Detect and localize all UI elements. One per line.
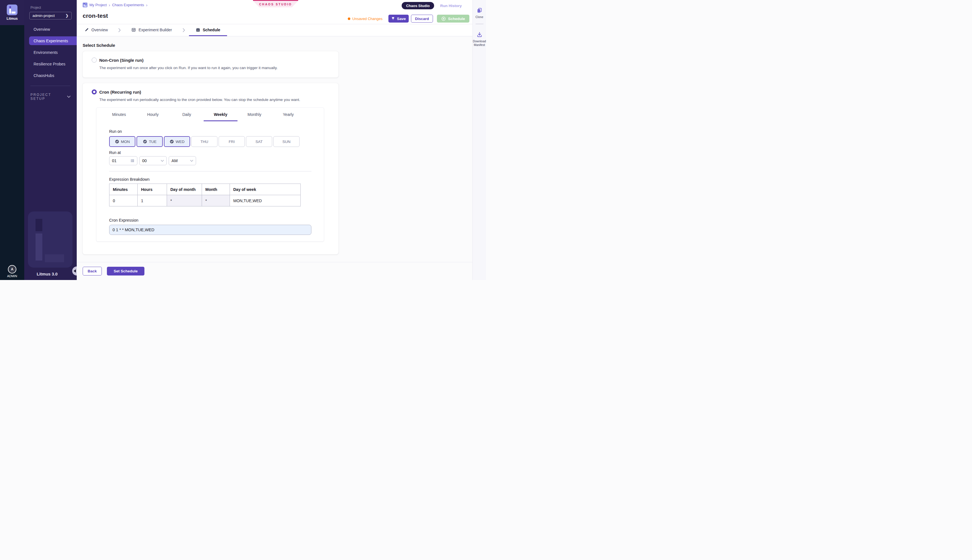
tab-yearly[interactable]: Yearly	[271, 112, 305, 121]
set-schedule-button-label: Set Schedule	[114, 269, 138, 273]
sidebar-item-chaos-experiments[interactable]: Chaos Experiments	[29, 37, 77, 45]
chevron-right-icon: ›	[146, 3, 148, 7]
chevron-right-icon: ›	[108, 3, 110, 7]
table-row: 0 1 * * MON,TUE,WED	[110, 195, 301, 207]
minute-select[interactable]: 00	[139, 156, 167, 165]
sidebar-item-chaoshubs[interactable]: ChaosHubs	[24, 70, 77, 81]
tab-experiment-builder[interactable]: Experiment Builder	[125, 24, 178, 36]
non-cron-option-card[interactable]: Non-Cron (Single run) The experiment wil…	[83, 51, 338, 78]
day-button-sat[interactable]: SAT	[246, 136, 272, 147]
project-select[interactable]: admin-project ❯	[29, 12, 72, 20]
breadcrumb-my-project[interactable]: My Project	[89, 3, 107, 7]
tab-weekly[interactable]: Weekly	[203, 112, 237, 121]
col-day-of-week: Day of week	[230, 184, 301, 195]
cell-month: *	[202, 195, 230, 207]
cron-scheduler-panel: Minutes Hourly Daily Weekly Monthly Year…	[96, 107, 324, 242]
cell-minutes: 0	[110, 195, 138, 207]
day-label: WED	[176, 140, 185, 144]
table-header-row: Minutes Hours Day of month Month Day of …	[110, 184, 301, 195]
project-setup-toggle[interactable]: PROJECT SETUP	[30, 93, 70, 101]
non-cron-title: Non-Cron (Single run)	[99, 58, 143, 63]
run-at-label: Run at	[109, 150, 324, 155]
day-label: FRI	[229, 140, 235, 144]
chevron-right-icon	[183, 24, 185, 36]
chaos-studio-toggle[interactable]: Chaos Studio	[402, 2, 434, 9]
icon-rail: Litmus A ADMIN	[0, 0, 24, 280]
rail-divider	[475, 24, 483, 24]
back-button-label: Back	[88, 269, 97, 273]
litmus-logo-block[interactable]: Litmus	[0, 0, 24, 25]
unsaved-dot-icon	[348, 17, 350, 20]
check-circle-icon	[143, 139, 147, 144]
section-title: Select Schedule	[83, 43, 472, 48]
discard-button[interactable]: Discard	[411, 15, 433, 23]
tab-daily[interactable]: Daily	[170, 112, 203, 121]
sidebar-divider	[30, 86, 70, 86]
clone-icon[interactable]	[477, 7, 483, 13]
col-day-of-month: Day of month	[167, 184, 202, 195]
run-at-fields: 00 AM	[109, 156, 324, 165]
download-manifest-icon[interactable]	[477, 32, 483, 38]
day-label: TUE	[149, 140, 157, 144]
cell-hours: 1	[138, 195, 167, 207]
breadcrumb-logo-icon	[83, 3, 87, 7]
cron-radio[interactable]	[92, 89, 97, 95]
cell-day-of-month: *	[167, 195, 202, 207]
hour-input[interactable]	[112, 158, 129, 163]
tab-overview[interactable]: Overview	[85, 24, 115, 36]
non-cron-description: The experiment will run once after you c…	[99, 66, 278, 70]
tab-hourly[interactable]: Hourly	[136, 112, 170, 121]
run-history-link[interactable]: Run History	[440, 4, 462, 8]
chevron-down-icon	[161, 160, 164, 162]
page-header: My Project › Chaos Experiments › CHAOS S…	[77, 0, 472, 24]
main-area: My Project › Chaos Experiments › CHAOS S…	[77, 0, 472, 280]
minute-select-value: 00	[142, 158, 147, 163]
chaos-studio-ribbon: CHAOS STUDIO	[253, 0, 298, 7]
right-rail: Clone Download Manifest	[472, 0, 486, 280]
meridiem-select[interactable]: AM	[169, 156, 196, 165]
tab-schedule[interactable]: Schedule	[189, 24, 227, 36]
user-menu[interactable]: A ADMIN	[0, 265, 24, 278]
avatar[interactable]: A	[8, 265, 17, 273]
studio-tabbar: Overview Experiment Builder Schedule	[77, 24, 472, 37]
non-cron-radio[interactable]	[92, 58, 97, 63]
set-schedule-button[interactable]: Set Schedule	[107, 267, 144, 275]
day-button-thu[interactable]: THU	[191, 136, 217, 147]
run-on-label: Run on	[109, 129, 324, 134]
litmus-brand-label: Litmus	[7, 17, 17, 21]
day-label: THU	[200, 140, 208, 144]
sidebar-nav: Overview Chaos Experiments Environments …	[24, 23, 77, 81]
calendar-icon	[196, 28, 200, 32]
sidebar-collapse-button[interactable]	[72, 267, 77, 275]
day-button-wed[interactable]: WED	[164, 136, 190, 147]
sidebar-item-environments[interactable]: Environments	[24, 47, 77, 58]
meridiem-select-value: AM	[172, 158, 178, 163]
view-toggle: Chaos Studio Run History	[402, 2, 462, 9]
litmus-watermark	[28, 212, 72, 268]
save-button[interactable]: Save	[388, 15, 409, 23]
day-button-mon[interactable]: MON	[109, 136, 135, 147]
project-setup-label: PROJECT SETUP	[30, 93, 67, 101]
cron-option-card: Cron (Recurring run) The experiment will…	[83, 83, 338, 254]
day-label: SUN	[282, 140, 290, 144]
clone-label: Clone	[473, 15, 486, 19]
day-button-fri[interactable]: FRI	[218, 136, 245, 147]
tab-schedule-label: Schedule	[203, 28, 220, 32]
col-minutes: Minutes	[110, 184, 138, 195]
schedule-button-disabled[interactable]: Schedule	[437, 15, 469, 23]
sidebar-item-resilience-probes[interactable]: Resilience Probes	[24, 58, 77, 70]
chevron-right-icon: ❯	[65, 13, 68, 18]
sidebar-item-overview[interactable]: Overview	[24, 23, 77, 35]
footer-bar: Back Set Schedule	[77, 262, 472, 280]
divider	[109, 171, 312, 172]
back-button[interactable]: Back	[83, 267, 102, 275]
cron-expression-input[interactable]: 0 1 * * MON,TUE,WED	[109, 225, 312, 235]
breadcrumb: My Project › Chaos Experiments ›	[83, 3, 148, 7]
chevron-down-icon	[190, 160, 193, 162]
day-button-tue[interactable]: TUE	[137, 136, 163, 147]
breadcrumb-chaos-experiments[interactable]: Chaos Experiments	[112, 3, 144, 7]
tab-minutes[interactable]: Minutes	[102, 112, 136, 121]
day-button-sun[interactable]: SUN	[273, 136, 300, 147]
litmus-logo-icon	[7, 5, 17, 15]
tab-monthly[interactable]: Monthly	[237, 112, 271, 121]
